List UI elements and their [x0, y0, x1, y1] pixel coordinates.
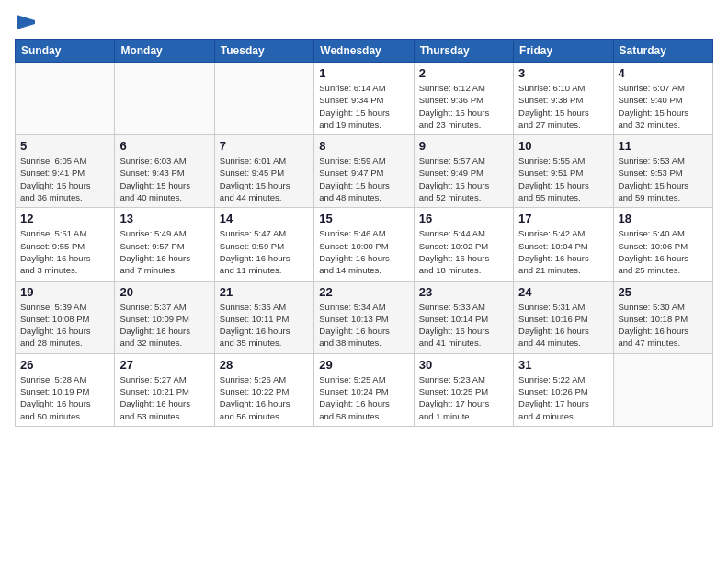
day-info: Sunrise: 6:03 AM Sunset: 9:43 PM Dayligh…: [119, 155, 209, 203]
calendar-cell: 28Sunrise: 5:26 AM Sunset: 10:22 PM Dayl…: [214, 353, 313, 426]
weekday-header-row: SundayMondayTuesdayWednesdayThursdayFrid…: [16, 40, 713, 63]
day-number: 13: [119, 212, 209, 225]
day-number: 19: [20, 285, 109, 299]
day-info: Sunrise: 5:53 AM Sunset: 9:53 PM Dayligh…: [619, 155, 708, 203]
day-info: Sunrise: 5:55 AM Sunset: 9:51 PM Dayligh…: [518, 155, 608, 203]
weekday-saturday: Saturday: [613, 40, 712, 63]
calendar-cell: 5Sunrise: 6:05 AM Sunset: 9:41 PM Daylig…: [16, 135, 115, 208]
calendar-week-4: 26Sunrise: 5:28 AM Sunset: 10:19 PM Dayl…: [16, 353, 713, 426]
day-info: Sunrise: 5:59 AM Sunset: 9:47 PM Dayligh…: [319, 155, 408, 203]
logo: [15, 15, 35, 28]
calendar-cell: 27Sunrise: 5:27 AM Sunset: 10:21 PM Dayl…: [115, 353, 214, 426]
day-info: Sunrise: 5:57 AM Sunset: 9:49 PM Dayligh…: [419, 155, 508, 203]
calendar-cell: 23Sunrise: 5:33 AM Sunset: 10:14 PM Dayl…: [414, 281, 513, 353]
calendar-cell: 10Sunrise: 5:55 AM Sunset: 9:51 PM Dayli…: [514, 135, 613, 208]
calendar-cell: 25Sunrise: 5:30 AM Sunset: 10:18 PM Dayl…: [613, 281, 712, 353]
day-number: 29: [319, 358, 408, 372]
day-number: 12: [20, 212, 109, 225]
day-info: Sunrise: 6:05 AM Sunset: 9:41 PM Dayligh…: [20, 155, 109, 203]
day-number: 26: [20, 358, 109, 372]
day-number: 23: [419, 285, 508, 299]
calendar-cell: 14Sunrise: 5:47 AM Sunset: 9:59 PM Dayli…: [214, 208, 313, 281]
calendar-cell: 24Sunrise: 5:31 AM Sunset: 10:16 PM Dayl…: [514, 281, 613, 353]
calendar-cell: [613, 353, 712, 426]
day-number: 17: [518, 212, 608, 225]
calendar-week-1: 5Sunrise: 6:05 AM Sunset: 9:41 PM Daylig…: [16, 135, 713, 208]
calendar-cell: 15Sunrise: 5:46 AM Sunset: 10:00 PM Dayl…: [314, 208, 414, 281]
day-info: Sunrise: 5:51 AM Sunset: 9:55 PM Dayligh…: [20, 227, 109, 276]
day-number: 9: [419, 139, 508, 153]
day-number: 8: [319, 139, 408, 153]
calendar-cell: 8Sunrise: 5:59 AM Sunset: 9:47 PM Daylig…: [314, 135, 414, 208]
day-info: Sunrise: 5:31 AM Sunset: 10:16 PM Daylig…: [518, 301, 608, 350]
calendar-cell: 18Sunrise: 5:40 AM Sunset: 10:06 PM Dayl…: [613, 208, 712, 281]
day-number: 30: [419, 358, 508, 372]
calendar-cell: 2Sunrise: 6:12 AM Sunset: 9:36 PM Daylig…: [414, 63, 513, 135]
svg-marker-0: [17, 15, 35, 29]
day-info: Sunrise: 5:34 AM Sunset: 10:13 PM Daylig…: [319, 301, 408, 350]
day-info: Sunrise: 5:33 AM Sunset: 10:14 PM Daylig…: [419, 301, 508, 350]
day-info: Sunrise: 6:01 AM Sunset: 9:45 PM Dayligh…: [220, 155, 309, 203]
day-number: 27: [119, 358, 209, 372]
day-number: 16: [419, 212, 508, 225]
calendar-week-2: 12Sunrise: 5:51 AM Sunset: 9:55 PM Dayli…: [16, 208, 713, 281]
day-info: Sunrise: 5:39 AM Sunset: 10:08 PM Daylig…: [20, 301, 109, 350]
day-info: Sunrise: 6:14 AM Sunset: 9:34 PM Dayligh…: [319, 82, 408, 131]
calendar-cell: [16, 63, 115, 135]
calendar-cell: 13Sunrise: 5:49 AM Sunset: 9:57 PM Dayli…: [115, 208, 214, 281]
calendar-cell: [115, 63, 214, 135]
calendar-cell: 20Sunrise: 5:37 AM Sunset: 10:09 PM Dayl…: [115, 281, 214, 353]
day-number: 31: [518, 358, 608, 372]
day-number: 6: [119, 139, 209, 153]
calendar-body: 1Sunrise: 6:14 AM Sunset: 9:34 PM Daylig…: [16, 63, 713, 427]
day-info: Sunrise: 5:47 AM Sunset: 9:59 PM Dayligh…: [220, 227, 309, 276]
calendar-cell: 12Sunrise: 5:51 AM Sunset: 9:55 PM Dayli…: [16, 208, 115, 281]
day-number: 25: [619, 285, 708, 299]
day-number: 22: [319, 285, 408, 299]
day-number: 14: [220, 212, 309, 225]
weekday-wednesday: Wednesday: [314, 40, 414, 63]
day-info: Sunrise: 6:12 AM Sunset: 9:36 PM Dayligh…: [419, 82, 508, 131]
day-info: Sunrise: 5:49 AM Sunset: 9:57 PM Dayligh…: [119, 227, 209, 276]
weekday-sunday: Sunday: [16, 40, 115, 63]
calendar-cell: 19Sunrise: 5:39 AM Sunset: 10:08 PM Dayl…: [16, 281, 115, 353]
day-number: 4: [619, 66, 708, 80]
calendar-cell: 31Sunrise: 5:22 AM Sunset: 10:26 PM Dayl…: [514, 353, 613, 426]
day-info: Sunrise: 5:28 AM Sunset: 10:19 PM Daylig…: [20, 373, 109, 422]
calendar-cell: 30Sunrise: 5:23 AM Sunset: 10:25 PM Dayl…: [414, 353, 513, 426]
calendar-cell: 29Sunrise: 5:25 AM Sunset: 10:24 PM Dayl…: [314, 353, 414, 426]
day-number: 18: [619, 212, 708, 225]
calendar-cell: 26Sunrise: 5:28 AM Sunset: 10:19 PM Dayl…: [16, 353, 115, 426]
weekday-thursday: Thursday: [414, 40, 513, 63]
day-info: Sunrise: 5:27 AM Sunset: 10:21 PM Daylig…: [119, 373, 209, 422]
day-number: 24: [518, 285, 608, 299]
day-info: Sunrise: 6:07 AM Sunset: 9:40 PM Dayligh…: [619, 82, 708, 131]
calendar-cell: [214, 63, 313, 135]
day-info: Sunrise: 5:46 AM Sunset: 10:00 PM Daylig…: [319, 227, 408, 276]
day-number: 20: [119, 285, 209, 299]
day-number: 5: [20, 139, 109, 153]
weekday-tuesday: Tuesday: [214, 40, 313, 63]
day-number: 28: [220, 358, 309, 372]
day-number: 15: [319, 212, 408, 225]
weekday-friday: Friday: [514, 40, 613, 63]
day-info: Sunrise: 5:42 AM Sunset: 10:04 PM Daylig…: [518, 227, 608, 276]
calendar-week-0: 1Sunrise: 6:14 AM Sunset: 9:34 PM Daylig…: [16, 63, 713, 135]
day-info: Sunrise: 5:37 AM Sunset: 10:09 PM Daylig…: [119, 301, 209, 350]
day-info: Sunrise: 5:26 AM Sunset: 10:22 PM Daylig…: [220, 373, 309, 422]
day-number: 1: [319, 66, 408, 80]
day-number: 3: [518, 66, 608, 80]
calendar-week-3: 19Sunrise: 5:39 AM Sunset: 10:08 PM Dayl…: [16, 281, 713, 353]
day-number: 2: [419, 66, 508, 80]
calendar-cell: 6Sunrise: 6:03 AM Sunset: 9:43 PM Daylig…: [115, 135, 214, 208]
day-info: Sunrise: 5:23 AM Sunset: 10:25 PM Daylig…: [419, 373, 508, 422]
weekday-monday: Monday: [115, 40, 214, 63]
calendar-cell: 4Sunrise: 6:07 AM Sunset: 9:40 PM Daylig…: [613, 63, 712, 135]
day-number: 11: [619, 139, 708, 153]
day-info: Sunrise: 5:36 AM Sunset: 10:11 PM Daylig…: [220, 301, 309, 350]
calendar-cell: 21Sunrise: 5:36 AM Sunset: 10:11 PM Dayl…: [214, 281, 313, 353]
day-info: Sunrise: 5:44 AM Sunset: 10:02 PM Daylig…: [419, 227, 508, 276]
day-number: 10: [518, 139, 608, 153]
logo-icon: [17, 13, 35, 31]
calendar-cell: 1Sunrise: 6:14 AM Sunset: 9:34 PM Daylig…: [314, 63, 414, 135]
